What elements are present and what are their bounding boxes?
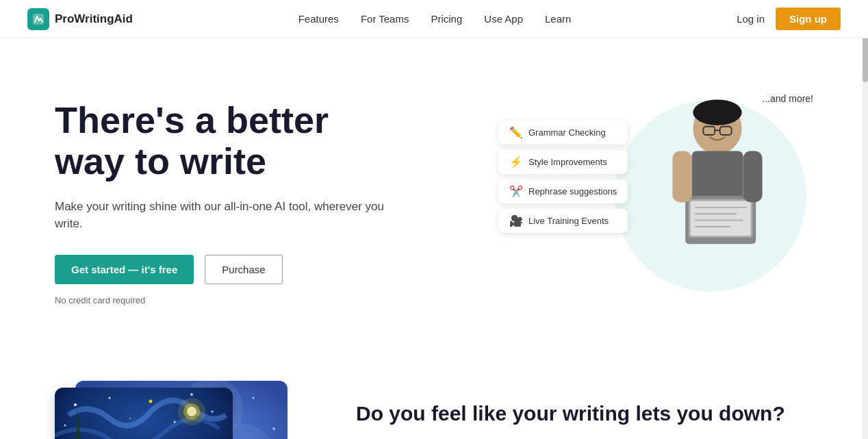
svg-point-24 xyxy=(272,427,275,430)
training-icon: 🎥 xyxy=(509,214,523,227)
section2-left: My idea in my head xyxy=(55,381,315,439)
svg-rect-11 xyxy=(743,151,763,202)
hero-illustration: ✏️ Grammar Checking ⚡ Style Improvements… xyxy=(498,79,813,326)
feature-card-training: 🎥 Live Training Events xyxy=(498,209,628,233)
brand-name: ProWritingAid xyxy=(55,12,133,26)
nav-pricing[interactable]: Pricing xyxy=(431,13,462,25)
svg-point-31 xyxy=(109,397,111,399)
style-label: Style Improvements xyxy=(528,157,607,167)
svg-point-46 xyxy=(187,407,196,416)
hero-section: There's a better way to write Make your … xyxy=(0,38,868,353)
navbar-actions: Log in Sign up xyxy=(737,8,841,30)
section2-right: Do you feel like your writing lets you d… xyxy=(356,381,813,439)
section2-title: Do you feel like your writing lets you d… xyxy=(356,401,813,426)
svg-point-32 xyxy=(149,400,153,403)
feature-card-rephrase: ✂️ Rephrase suggestions xyxy=(498,179,628,203)
rephrase-label: Rephrase suggestions xyxy=(528,186,617,197)
svg-point-2 xyxy=(693,99,741,125)
scrollbar[interactable] xyxy=(863,0,868,439)
feature-card-grammar: ✏️ Grammar Checking xyxy=(498,121,628,145)
nav-use-app[interactable]: Use App xyxy=(484,13,523,25)
feature-cards: ✏️ Grammar Checking ⚡ Style Improvements… xyxy=(498,121,628,233)
svg-point-34 xyxy=(212,411,214,413)
login-link[interactable]: Log in xyxy=(737,13,765,25)
signup-button[interactable]: Sign up xyxy=(776,8,841,30)
get-started-button[interactable]: Get started — it's free xyxy=(55,255,194,284)
section2: My idea in my head Do you feel like your… xyxy=(0,353,868,439)
person-figure xyxy=(649,86,786,305)
svg-point-33 xyxy=(190,393,193,396)
svg-rect-10 xyxy=(672,151,691,202)
art-card-front: My idea in my head xyxy=(55,388,233,439)
grammar-label: Grammar Checking xyxy=(528,127,606,138)
training-label: Live Training Events xyxy=(528,216,609,226)
hero-title: There's a better way to write xyxy=(55,100,397,181)
hero-left: There's a better way to write Make your … xyxy=(55,100,397,305)
nav-features[interactable]: Features xyxy=(298,13,339,25)
svg-point-35 xyxy=(64,425,66,427)
svg-point-37 xyxy=(174,421,176,423)
svg-point-30 xyxy=(74,403,77,406)
grammar-icon: ✏️ xyxy=(509,126,523,139)
nav-learn[interactable]: Learn xyxy=(545,13,571,25)
svg-point-23 xyxy=(253,397,255,399)
feature-card-style: ⚡ Style Improvements xyxy=(498,150,628,174)
hero-buttons: Get started — it's free Purchase xyxy=(55,255,397,284)
brand-logo-icon xyxy=(27,8,49,30)
navbar: ProWritingAid Features For Teams Pricing… xyxy=(0,0,868,38)
style-icon: ⚡ xyxy=(509,155,523,168)
art-cards: My idea in my head xyxy=(55,381,288,439)
rephrase-icon: ✂️ xyxy=(509,185,523,198)
no-credit-text: No credit card required xyxy=(55,295,397,305)
nav-for-teams[interactable]: For Teams xyxy=(361,13,409,25)
hero-subtitle: Make your writing shine with our all-in-… xyxy=(55,198,397,233)
brand-logo-link[interactable]: ProWritingAid xyxy=(27,8,133,30)
svg-rect-9 xyxy=(691,201,751,236)
nav-links: Features For Teams Pricing Use App Learn xyxy=(298,13,572,25)
purchase-button[interactable]: Purchase xyxy=(205,255,282,284)
svg-point-36 xyxy=(129,418,131,419)
